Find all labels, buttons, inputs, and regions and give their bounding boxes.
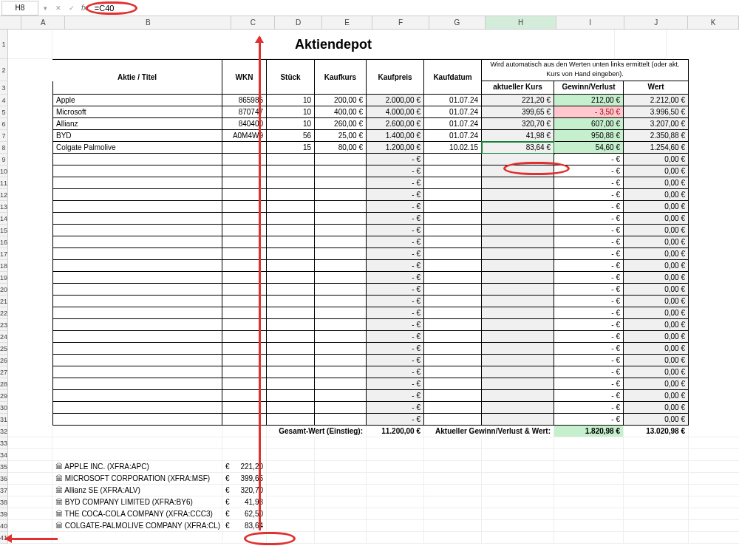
- col-header[interactable]: H: [486, 16, 556, 29]
- cell[interactable]: 0,00 €: [624, 390, 689, 402]
- cell[interactable]: [222, 366, 267, 378]
- cell[interactable]: 840400: [222, 118, 267, 130]
- cell[interactable]: 80,00 €: [315, 142, 367, 154]
- row-header[interactable]: 37: [0, 485, 8, 496]
- row-header[interactable]: 26: [0, 355, 8, 366]
- cell[interactable]: - €: [367, 307, 424, 319]
- cell[interactable]: 0,00 €: [624, 248, 689, 260]
- cell[interactable]: 870747: [222, 106, 267, 118]
- cell[interactable]: [8, 437, 52, 449]
- cell[interactable]: [267, 402, 315, 414]
- row-header[interactable]: 25: [0, 343, 8, 355]
- cell[interactable]: [222, 437, 267, 449]
- cell[interactable]: 0,00 €: [624, 177, 689, 189]
- cell[interactable]: [52, 81, 222, 95]
- cell[interactable]: 607,00 €: [554, 118, 624, 130]
- cell[interactable]: 56: [267, 130, 315, 142]
- cell[interactable]: [315, 319, 367, 331]
- cell[interactable]: [315, 331, 367, 343]
- row-header[interactable]: 15: [0, 225, 8, 236]
- cell[interactable]: [315, 225, 367, 236]
- cell[interactable]: [52, 366, 222, 378]
- cell[interactable]: 4.000,00 €: [367, 106, 424, 118]
- cell[interactable]: [315, 366, 367, 378]
- cell[interactable]: [52, 331, 222, 343]
- cell[interactable]: [482, 520, 554, 532]
- cell[interactable]: [267, 449, 315, 461]
- cell[interactable]: - €: [554, 260, 624, 272]
- cell[interactable]: [8, 130, 52, 142]
- cell[interactable]: [689, 426, 739, 437]
- cell[interactable]: [52, 284, 222, 296]
- cell[interactable]: [315, 402, 367, 414]
- cell[interactable]: 🏛 THE COCA-COLA COMPANY (XFRA:CCC3): [52, 508, 222, 520]
- cell[interactable]: [424, 449, 482, 461]
- cell[interactable]: [424, 402, 482, 414]
- col-header[interactable]: A: [21, 16, 65, 29]
- cell[interactable]: [689, 520, 739, 532]
- cell[interactable]: 01.07.24: [424, 118, 482, 130]
- cell[interactable]: [482, 213, 554, 225]
- cell[interactable]: [8, 402, 52, 414]
- cell[interactable]: 0,00 €: [624, 296, 689, 307]
- row-header[interactable]: 1: [0, 30, 8, 59]
- cell[interactable]: 01.07.24: [424, 130, 482, 142]
- cell[interactable]: - €: [367, 272, 424, 284]
- cell[interactable]: Allianz: [52, 118, 222, 130]
- cell[interactable]: [8, 106, 52, 118]
- cell[interactable]: [222, 142, 267, 154]
- cell[interactable]: - €: [367, 331, 424, 343]
- cell[interactable]: [315, 437, 367, 449]
- cell[interactable]: [52, 272, 222, 284]
- cell[interactable]: [689, 366, 739, 378]
- cell[interactable]: 2.350,88 €: [624, 130, 689, 142]
- cell[interactable]: [222, 378, 267, 390]
- cell[interactable]: - €: [367, 319, 424, 331]
- cell[interactable]: 0,00 €: [624, 201, 689, 213]
- cell[interactable]: [482, 532, 554, 544]
- cell[interactable]: [367, 81, 424, 95]
- col-header[interactable]: B: [65, 16, 231, 29]
- cell[interactable]: [367, 520, 424, 532]
- cell[interactable]: [267, 378, 315, 390]
- cell[interactable]: Apple: [52, 95, 222, 106]
- cell[interactable]: 🏛 COLGATE-PALMOLIVE COMPANY (XFRA:CL): [52, 520, 222, 532]
- cell[interactable]: 0,00 €: [624, 284, 689, 296]
- cell[interactable]: [8, 118, 52, 130]
- cell[interactable]: [52, 296, 222, 307]
- cell[interactable]: [689, 81, 739, 95]
- cell[interactable]: [689, 130, 739, 142]
- cell[interactable]: [689, 296, 739, 307]
- cell[interactable]: [689, 284, 739, 296]
- cell[interactable]: 🏛 BYD COMPANY LIMITED (XFRA:BY6): [52, 496, 222, 508]
- cell[interactable]: [424, 496, 482, 508]
- cell[interactable]: [482, 284, 554, 296]
- cell[interactable]: [267, 319, 315, 331]
- cell[interactable]: [367, 461, 424, 473]
- cell[interactable]: [554, 449, 624, 461]
- cell[interactable]: - €: [367, 414, 424, 426]
- cell[interactable]: 0,00 €: [624, 225, 689, 236]
- cell[interactable]: [367, 485, 424, 496]
- cell[interactable]: €320,70: [222, 485, 267, 496]
- cell[interactable]: - €: [554, 213, 624, 225]
- cell[interactable]: 0,00 €: [624, 319, 689, 331]
- cell[interactable]: [689, 189, 739, 201]
- cell[interactable]: - €: [554, 177, 624, 189]
- cell[interactable]: [267, 390, 315, 402]
- cell[interactable]: [482, 449, 554, 461]
- cell[interactable]: [222, 414, 267, 426]
- cell[interactable]: [52, 390, 222, 402]
- cells-area[interactable]: AktiendepotAktie / TitelWKNStückKaufkurs…: [8, 30, 739, 544]
- cell[interactable]: [52, 260, 222, 272]
- cell[interactable]: [267, 260, 315, 272]
- cell[interactable]: [52, 378, 222, 390]
- cell[interactable]: 0,00 €: [624, 343, 689, 355]
- cell[interactable]: [482, 331, 554, 343]
- cell[interactable]: [222, 284, 267, 296]
- cell[interactable]: - €: [367, 165, 424, 177]
- cell[interactable]: [267, 177, 315, 189]
- cell[interactable]: Microsoft: [52, 106, 222, 118]
- cell[interactable]: - €: [554, 225, 624, 236]
- cell[interactable]: [554, 485, 624, 496]
